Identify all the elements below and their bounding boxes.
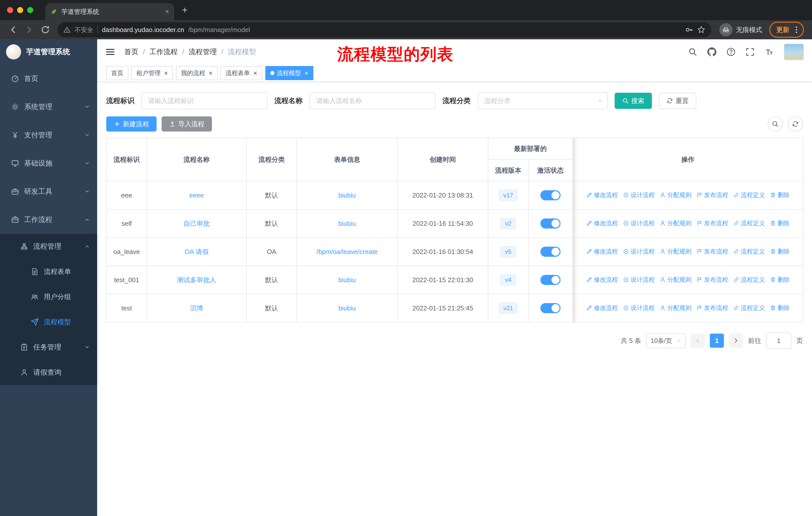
design-process-link[interactable]: 设计流程 [623, 191, 655, 199]
modify-process-link[interactable]: 修改流程 [586, 219, 618, 227]
tag-process-form[interactable]: 流程表单 × [221, 66, 262, 80]
tag-process-model[interactable]: 流程模型 × [265, 66, 313, 80]
close-icon[interactable]: × [304, 70, 308, 76]
process-definition-link[interactable]: 流程定义 [733, 304, 765, 312]
collapse-menu-icon[interactable] [105, 47, 115, 57]
sidebar-item-user-group[interactable]: 用户分组 [0, 284, 97, 309]
design-process-link[interactable]: 设计流程 [623, 304, 655, 312]
assign-rule-link[interactable]: 分配规则 [660, 304, 691, 312]
publish-process-link[interactable]: 发布流程 [696, 276, 728, 284]
process-name-input[interactable] [310, 92, 435, 109]
sidebar-item-workflow[interactable]: 工作流程 [0, 206, 97, 234]
sidebar-item-devtools[interactable]: 研发工具 [0, 178, 97, 206]
toggle-search-button[interactable] [768, 116, 783, 132]
new-tab-button[interactable]: + [178, 3, 191, 17]
form-info-link[interactable]: biubiu [338, 276, 356, 284]
window-minimize-button[interactable] [17, 7, 23, 13]
reset-button[interactable]: 重置 [659, 93, 696, 109]
window-close-button[interactable] [7, 7, 13, 13]
model-name-link[interactable]: OA 请假 [184, 248, 208, 255]
publish-process-link[interactable]: 发布流程 [696, 219, 728, 227]
sidebar-item-system[interactable]: 系统管理 [0, 93, 97, 121]
process-definition-link[interactable]: 流程定义 [733, 191, 765, 199]
modify-process-link[interactable]: 修改流程 [586, 247, 618, 255]
help-icon[interactable] [726, 47, 735, 56]
reload-button-icon[interactable] [41, 25, 50, 34]
sidebar-item-home[interactable]: 首页 [0, 64, 97, 93]
active-status-toggle[interactable] [541, 303, 560, 313]
sidebar-item-task-mgmt[interactable]: 任务管理 [0, 334, 97, 360]
forward-button-icon[interactable] [25, 25, 34, 34]
design-process-link[interactable]: 设计流程 [623, 247, 655, 255]
back-button-icon[interactable] [8, 25, 18, 34]
sidebar-item-payment[interactable]: 支付管理 [0, 121, 97, 149]
form-info-link[interactable]: biubiu [338, 304, 356, 312]
current-page-button[interactable]: 1 [710, 333, 724, 348]
security-warning-icon[interactable] [63, 26, 70, 33]
modify-process-link[interactable]: 修改流程 [586, 276, 618, 284]
tag-home[interactable]: 首页 [106, 66, 128, 80]
assign-rule-link[interactable]: 分配规则 [660, 247, 691, 255]
sidebar-item-process-mgmt[interactable]: 流程管理 [0, 234, 97, 259]
search-icon[interactable] [688, 47, 697, 56]
delete-link[interactable]: 删除 [770, 219, 790, 227]
active-status-toggle[interactable] [541, 190, 560, 200]
process-category-select[interactable]: 流程分类 [478, 92, 608, 109]
browser-tab[interactable]: 芋道管理系统 × [45, 3, 174, 20]
close-icon[interactable]: × [253, 70, 257, 76]
sidebar-item-process-form[interactable]: 流程表单 [0, 259, 97, 284]
sidebar-item-leave-query[interactable]: 请假查询 [0, 360, 97, 385]
process-definition-link[interactable]: 流程定义 [733, 247, 765, 255]
page-size-select[interactable]: 10条/页 [646, 333, 686, 348]
user-avatar[interactable] [784, 44, 804, 60]
assign-rule-link[interactable]: 分配规则 [660, 191, 691, 199]
close-icon[interactable]: × [164, 70, 168, 76]
design-process-link[interactable]: 设计流程 [623, 219, 655, 227]
publish-process-link[interactable]: 发布流程 [696, 304, 728, 312]
process-key-input[interactable] [141, 92, 267, 109]
form-info-link[interactable]: /bpm/oa/leave/create [317, 248, 378, 255]
delete-link[interactable]: 删除 [770, 276, 790, 284]
assign-rule-link[interactable]: 分配规则 [660, 276, 691, 284]
active-status-toggle[interactable] [541, 247, 560, 257]
model-name-link[interactable]: 自己审批 [183, 220, 210, 227]
breadcrumb-item-workflow[interactable]: 工作流程 [149, 47, 178, 57]
process-definition-link[interactable]: 流程定义 [733, 276, 765, 284]
create-process-button[interactable]: 新建流程 [106, 116, 156, 132]
goto-page-input[interactable] [766, 332, 791, 349]
browser-menu-icon[interactable] [792, 26, 801, 34]
sidebar-item-process-model[interactable]: 流程模型 [0, 309, 97, 334]
tab-close-icon[interactable]: × [165, 8, 169, 15]
update-browser-button[interactable]: 更新 [769, 22, 804, 38]
form-info-link[interactable]: biubiu [338, 191, 356, 199]
publish-process-link[interactable]: 发布流程 [696, 247, 728, 255]
bookmark-star-icon[interactable] [697, 26, 705, 34]
process-definition-link[interactable]: 流程定义 [733, 219, 765, 227]
window-zoom-button[interactable] [27, 7, 33, 13]
delete-link[interactable]: 删除 [770, 191, 790, 199]
breadcrumb-item-process-mgmt[interactable]: 流程管理 [189, 47, 217, 57]
active-status-toggle[interactable] [541, 275, 560, 285]
modify-process-link[interactable]: 修改流程 [586, 304, 618, 312]
form-info-link[interactable]: biubiu [338, 220, 356, 227]
prev-page-button[interactable] [691, 333, 705, 348]
modify-process-link[interactable]: 修改流程 [586, 191, 618, 199]
model-name-link[interactable]: 测试多审批人 [177, 276, 216, 284]
design-process-link[interactable]: 设计流程 [623, 276, 655, 284]
refresh-table-button[interactable] [788, 116, 803, 132]
address-bar[interactable]: 不安全 dashboard.yudao.iocoder.cn/bpm/manag… [57, 22, 711, 37]
breadcrumb-item-home[interactable]: 首页 [124, 47, 139, 57]
tag-my-process[interactable]: 我的流程 × [176, 66, 218, 80]
font-size-icon[interactable] [765, 47, 774, 56]
import-process-button[interactable]: 导入流程 [162, 116, 212, 132]
next-page-button[interactable] [729, 333, 743, 348]
close-icon[interactable]: × [209, 70, 212, 76]
password-key-icon[interactable] [685, 26, 693, 34]
fullscreen-icon[interactable] [746, 47, 755, 56]
active-status-toggle[interactable] [541, 218, 560, 228]
delete-link[interactable]: 删除 [770, 304, 790, 312]
assign-rule-link[interactable]: 分配规则 [660, 219, 691, 227]
model-name-link[interactable]: 滔博 [190, 304, 203, 312]
publish-process-link[interactable]: 发布流程 [696, 191, 728, 199]
tag-tenant-mgmt[interactable]: 租户管理 × [132, 66, 173, 80]
